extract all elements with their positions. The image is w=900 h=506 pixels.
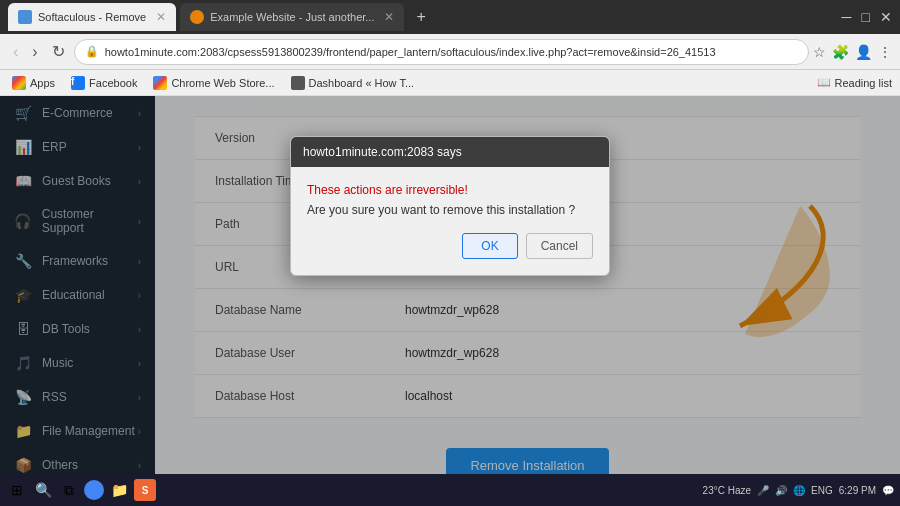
tab-softaculous[interactable]: Softaculous - Remove ✕ [8,3,176,31]
minimize-button[interactable]: ─ [842,9,852,25]
extensions-icon[interactable]: 🧩 [832,44,849,60]
dialog-warning: These actions are irreversible! [307,183,593,197]
reading-list-label: Reading list [835,77,892,89]
address-text: howto1minute.com:2083/cpsess5913800239/f… [105,46,798,58]
address-bar[interactable]: 🔒 howto1minute.com:2083/cpsess5913800239… [74,39,809,65]
new-tab-button[interactable]: + [408,8,433,26]
bookmark-apps[interactable]: Apps [8,74,59,92]
forward-button[interactable]: › [27,41,42,63]
volume-icon[interactable]: 🔊 [775,485,787,496]
reading-list[interactable]: 📖 Reading list [817,76,892,89]
chrome-icon [153,76,167,90]
softaculous-taskbar-icon[interactable]: S [134,479,156,501]
taskbar-time: 6:29 PM [839,485,876,496]
facebook-icon: f [71,76,85,90]
language-label: ENG [811,485,833,496]
menu-icon[interactable]: ⋮ [878,44,892,60]
lock-icon: 🔒 [85,45,99,58]
content-area: 🛒 E-Commerce › 📊 ERP › 📖 Guest Books › [0,96,900,474]
dialog-title-bar: howto1minute.com:2083 says [291,137,609,167]
bookmarks-bar: Apps f Facebook Chrome Web Store... Dash… [0,70,900,96]
dialog-buttons: OK Cancel [307,233,593,259]
maximize-button[interactable]: □ [862,9,870,25]
mic-icon: 🎤 [757,485,769,496]
reading-list-icon: 📖 [817,76,831,89]
window-controls: ─ □ ✕ [842,9,892,25]
notification-icon[interactable]: 💬 [882,485,894,496]
bookmark-chrome[interactable]: Chrome Web Store... [149,74,278,92]
chrome-taskbar-icon[interactable] [84,480,104,500]
back-button[interactable]: ‹ [8,41,23,63]
time-display: 6:29 PM [839,485,876,496]
bookmark-dashboard[interactable]: Dashboard « How T... [287,74,419,92]
apps-icon [12,76,26,90]
tab-icon-softaculous [18,10,32,24]
dialog-box: howto1minute.com:2083 says These actions… [290,136,610,276]
tab-icon-example [190,10,204,24]
bookmark-chrome-label: Chrome Web Store... [171,77,274,89]
tab-label-softaculous: Softaculous - Remove [38,11,146,23]
explorer-taskbar-icon[interactable]: 📁 [108,479,130,501]
dialog-message: Are you sure you want to remove this ins… [307,203,593,217]
weather-text: 23°C Haze [703,485,751,496]
dialog-ok-button[interactable]: OK [462,233,517,259]
tab-close-softaculous[interactable]: ✕ [156,10,166,24]
close-button[interactable]: ✕ [880,9,892,25]
dashboard-icon [291,76,305,90]
nav-icons: ☆ 🧩 👤 ⋮ [813,44,892,60]
search-taskbar-icon[interactable]: 🔍 [32,479,54,501]
refresh-button[interactable]: ↻ [47,40,70,63]
title-bar: Softaculous - Remove ✕ Example Website -… [0,0,900,34]
bookmark-facebook-label: Facebook [89,77,137,89]
bookmark-facebook[interactable]: f Facebook [67,74,141,92]
taskbar-right: 23°C Haze 🎤 🔊 🌐 ENG 6:29 PM 💬 [703,485,894,496]
dialog-body: These actions are irreversible! Are you … [291,167,609,275]
windows-start-icon[interactable]: ⊞ [6,479,28,501]
bookmark-star-icon[interactable]: ☆ [813,44,826,60]
dialog-overlay: howto1minute.com:2083 says These actions… [0,96,900,474]
tab-example[interactable]: Example Website - Just another... ✕ [180,3,404,31]
dialog-cancel-button[interactable]: Cancel [526,233,593,259]
dialog-title: howto1minute.com:2083 says [303,145,462,159]
profile-icon[interactable]: 👤 [855,44,872,60]
network-icon[interactable]: 🌐 [793,485,805,496]
bookmark-apps-label: Apps [30,77,55,89]
taskbar: ⊞ 🔍 ⧉ 📁 S 23°C Haze 🎤 🔊 🌐 ENG 6:29 PM 💬 [0,474,900,506]
bookmark-dashboard-label: Dashboard « How T... [309,77,415,89]
task-view-icon[interactable]: ⧉ [58,479,80,501]
tab-label-example: Example Website - Just another... [210,11,374,23]
nav-bar: ‹ › ↻ 🔒 howto1minute.com:2083/cpsess5913… [0,34,900,70]
tab-close-example[interactable]: ✕ [384,10,394,24]
